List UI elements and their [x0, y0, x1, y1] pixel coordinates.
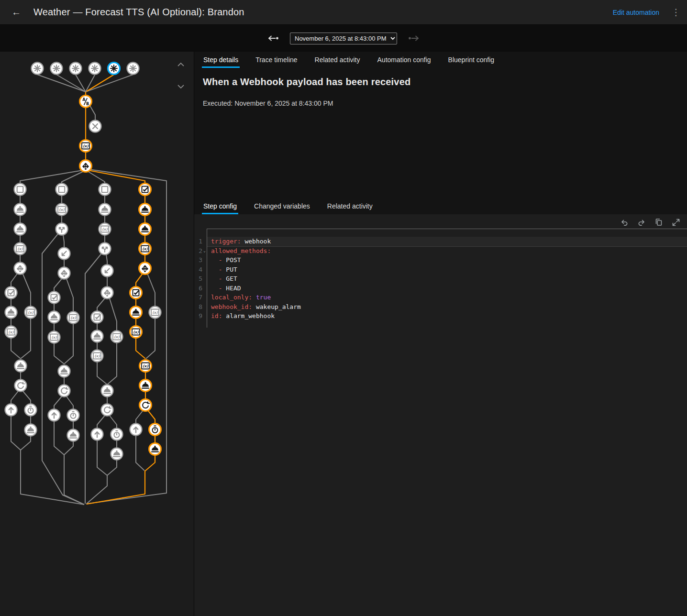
yaml-editor[interactable]: 12⌄3456789 trigger: webhookallowed_metho…: [194, 229, 687, 328]
node-callsplit[interactable]: [99, 243, 111, 255]
redo-button[interactable]: [637, 218, 646, 227]
node-variables-executed[interactable]: (x): [140, 360, 152, 372]
node-checkbox-executed[interactable]: [130, 287, 142, 299]
next-run-button[interactable]: [407, 33, 421, 43]
line-number: 8: [194, 302, 207, 312]
svg-text:(x): (x): [114, 335, 120, 339]
node-dome-executed[interactable]: [139, 204, 151, 216]
node-dome[interactable]: [91, 330, 103, 342]
node-callsplit[interactable]: [56, 223, 68, 235]
node-refresh[interactable]: [15, 380, 27, 392]
node-arrowup[interactable]: [48, 409, 60, 421]
tab-changed-variables[interactable]: Changed variables: [253, 198, 311, 214]
svg-text:(x): (x): [8, 330, 14, 334]
node-variables[interactable]: (x): [14, 243, 26, 255]
node-dome[interactable]: [58, 365, 70, 377]
node-dome[interactable]: [5, 307, 17, 319]
node-arrowbl[interactable]: [101, 265, 113, 277]
node-variables-executed[interactable]: (x): [130, 326, 142, 338]
node-dome-executed[interactable]: [130, 307, 142, 319]
node-arrowup[interactable]: [5, 404, 17, 416]
node-dome[interactable]: [25, 424, 37, 436]
tab-step-config[interactable]: Step config: [202, 198, 238, 214]
graph-scroll-down-button[interactable]: [176, 81, 186, 92]
node-variables[interactable]: (x): [25, 307, 37, 319]
node-arrowbl[interactable]: [58, 248, 70, 260]
node-dome[interactable]: [99, 204, 111, 216]
node-dome[interactable]: [14, 204, 26, 216]
node-variables[interactable]: (x): [111, 331, 123, 343]
node-variables-executed[interactable]: (x): [80, 140, 92, 152]
node-dome[interactable]: [15, 360, 27, 372]
node-square[interactable]: [99, 184, 111, 196]
node-variables[interactable]: (x): [149, 307, 161, 319]
executed-path-edge: [136, 338, 145, 359]
node-square[interactable]: [56, 184, 68, 196]
next-run-icon: [408, 34, 420, 42]
node-variables[interactable]: (x): [67, 312, 79, 324]
tab-related-activity[interactable]: Related activity: [313, 52, 362, 68]
node-timer[interactable]: [25, 404, 37, 416]
previous-run-button[interactable]: [266, 33, 280, 43]
node-arrowup[interactable]: [130, 424, 142, 436]
previous-run-icon: [267, 34, 279, 42]
tab-automation-config[interactable]: Automation config: [376, 52, 432, 68]
node-shuffle[interactable]: [14, 263, 26, 275]
node-dome[interactable]: [101, 385, 113, 397]
node-checkbox-executed[interactable]: [139, 184, 151, 196]
tab-blueprint-config[interactable]: Blueprint config: [447, 52, 496, 68]
run-select[interactable]: November 6, 2025 at 8:43:00 PM: [290, 33, 397, 44]
node-refresh[interactable]: [101, 404, 113, 416]
node-variables[interactable]: (x): [91, 350, 103, 362]
node-variables[interactable]: (x): [48, 331, 60, 343]
node-dome[interactable]: [14, 223, 26, 235]
node-asterisk[interactable]: [89, 63, 101, 75]
copy-button[interactable]: [654, 218, 663, 227]
trace-edge: [136, 436, 144, 471]
node-asterisk-selected[interactable]: [108, 63, 120, 75]
node-asterisk[interactable]: [70, 63, 82, 75]
node-dome[interactable]: [48, 311, 60, 323]
yaml-code: trigger: webhookallowed_methods: - POST …: [207, 229, 687, 328]
node-arrowup[interactable]: [91, 429, 103, 440]
node-timer[interactable]: [67, 409, 79, 421]
tab-step-details[interactable]: Step details: [202, 52, 240, 68]
node-refresh[interactable]: [58, 385, 70, 397]
svg-text:(x): (x): [59, 208, 65, 212]
node-dome[interactable]: [67, 429, 79, 441]
node-asterisk[interactable]: [32, 63, 44, 75]
node-checkbox[interactable]: [5, 287, 17, 299]
undo-button[interactable]: [620, 218, 629, 227]
node-asterisk[interactable]: [127, 63, 139, 75]
node-timer-executed[interactable]: [149, 424, 161, 436]
node-timer[interactable]: [111, 429, 123, 440]
tab-trace-timeline[interactable]: Trace timeline: [254, 52, 299, 68]
node-square[interactable]: [14, 184, 26, 196]
node-asterisk[interactable]: [51, 63, 63, 75]
graph-scroll-up-button[interactable]: [176, 59, 186, 70]
node-variables[interactable]: (x): [5, 326, 17, 338]
node-shuffle-executed[interactable]: [80, 160, 92, 172]
node-refresh-executed[interactable]: [140, 399, 152, 411]
kebab-menu-icon[interactable]: ⋮: [671, 8, 681, 17]
node-checkbox[interactable]: [91, 311, 103, 323]
tab-related-activity[interactable]: Related activity: [326, 198, 374, 214]
node-shuffle-executed[interactable]: [139, 263, 151, 275]
node-variables-executed[interactable]: (x): [139, 243, 151, 255]
node-dome-executed[interactable]: [149, 443, 161, 455]
trace-edge: [64, 441, 73, 455]
edit-automation-link[interactable]: Edit automation: [613, 9, 659, 16]
node-checkbox[interactable]: [48, 292, 60, 304]
expand-button[interactable]: [672, 218, 680, 227]
node-shuffle[interactable]: [58, 267, 70, 279]
node-variables[interactable]: (x): [99, 223, 111, 235]
line-number: 3: [194, 255, 207, 265]
node-dome-executed[interactable]: [139, 223, 151, 235]
node-shuffle[interactable]: [101, 287, 113, 299]
back-arrow-icon[interactable]: ←: [10, 7, 23, 18]
node-close[interactable]: [89, 121, 101, 132]
node-dome[interactable]: [111, 448, 123, 460]
node-dome-executed[interactable]: [140, 380, 152, 392]
node-ab-executed[interactable]: AB: [80, 96, 92, 108]
node-variables[interactable]: (x): [56, 204, 68, 216]
